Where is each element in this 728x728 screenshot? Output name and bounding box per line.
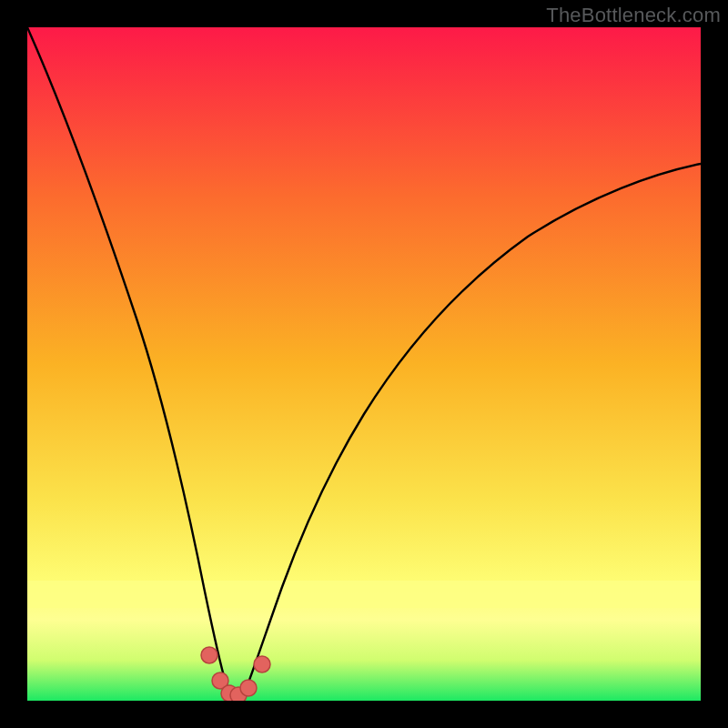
- marker-point: [254, 656, 270, 672]
- marker-point: [201, 647, 217, 663]
- yellow-band: [27, 581, 701, 608]
- chart-svg: [27, 27, 701, 701]
- marker-point: [240, 680, 257, 696]
- watermark-text: TheBottleneck.com: [546, 4, 721, 27]
- chart-frame: [27, 27, 701, 701]
